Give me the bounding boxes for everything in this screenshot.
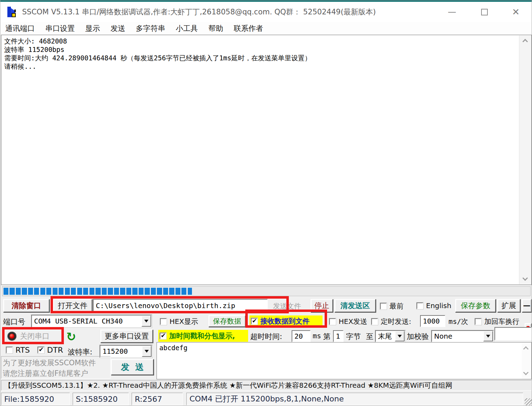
hex-display-checkbox[interactable]: HEX显示 <box>160 317 198 326</box>
terminal-line: 文件大小: 4682008 <box>4 37 516 45</box>
save-data-button[interactable]: 保存数据 <box>208 315 246 327</box>
menu-serial-settings[interactable]: 串口设置 <box>45 24 75 33</box>
terminal-output[interactable]: 文件大小: 4682008 波特率 115200bps 需要时间:大约 424.… <box>1 35 532 285</box>
menu-bar: 通讯端口 串口设置 显示 发送 多字符串 小工具 帮助 联系作者 <box>0 22 532 35</box>
interval-unit-label: ms/次 <box>448 317 468 326</box>
scroll-down-icon[interactable] <box>523 275 528 281</box>
close-port-button[interactable]: 关闭串口 <box>4 329 63 343</box>
timestamp-checkbox[interactable]: 加时间戳和分包显示, <box>158 330 248 342</box>
hex-send-label: HEX发送 <box>339 317 367 326</box>
send-scrollbar[interactable] <box>522 343 531 379</box>
status-port-info: COM4 已打开 115200bps,8,1,None,None <box>186 393 523 405</box>
promo-panel: 为了更好地发展SSCOM软件 请您注册嘉立创F结尾客户 <box>1 356 111 379</box>
checkbox-box <box>251 318 258 325</box>
checksum-label: 加校验 <box>407 332 429 341</box>
interval-input[interactable]: 1000 <box>420 315 445 327</box>
menu-comm-port[interactable]: 通讯端口 <box>5 24 35 33</box>
baud-label: 波特率: <box>68 347 92 357</box>
collapse-button[interactable]: — <box>522 299 532 312</box>
app-icon <box>6 6 19 19</box>
port-select[interactable]: COM4 USB-SERIAL CH340 <box>31 315 152 327</box>
resize-grip[interactable] <box>525 398 532 405</box>
window-title: SSCOM V5.13.1 串口/网络数据调试器,作者:大虾丁丁,2618058… <box>22 2 376 22</box>
clear-window-button[interactable]: 清除窗口 <box>3 299 49 312</box>
menu-multi-string[interactable]: 多字符串 <box>136 24 165 33</box>
baud-select[interactable]: 115200 <box>100 345 152 358</box>
minimize-button[interactable]: — <box>442 2 462 22</box>
byte-to-select[interactable]: 末尾 <box>375 330 405 342</box>
timeout-label: 超时时间: <box>250 332 282 341</box>
scroll-up-icon[interactable] <box>523 39 528 45</box>
triangle-glyph <box>486 335 490 338</box>
menu-tools[interactable]: 小工具 <box>176 24 198 33</box>
promo-line1: 为了更好地发展SSCOM软件 <box>3 358 110 368</box>
terminal-scrollbar[interactable] <box>519 35 531 284</box>
timed-send-checkbox[interactable]: 定时发送: <box>371 317 411 326</box>
link-bar[interactable]: 【升级到SSCOM5.13.1】★2. ★RT-Thread中国人的开源免费操作… <box>1 380 532 391</box>
menu-help[interactable]: 帮助 <box>208 24 223 33</box>
chevron-down-icon[interactable] <box>395 331 405 341</box>
timeout-unit-label: ms <box>313 332 321 340</box>
timeout-input[interactable]: 20 <box>292 330 311 342</box>
send-file-button[interactable]: 发送文件 <box>269 301 305 311</box>
menu-display[interactable]: 显示 <box>85 24 100 33</box>
checkbox-box <box>6 347 13 353</box>
file-path-input[interactable]: C:\Users\lenovo\Desktop\birth.zip <box>93 299 268 312</box>
stop-button[interactable]: 停止 <box>311 299 333 312</box>
english-label: English <box>426 301 451 310</box>
checkbox-box <box>160 318 167 325</box>
append-crlf-checkbox[interactable]: 加回车换行 <box>475 317 519 326</box>
append-crlf-label: 加回车换行 <box>484 317 519 326</box>
save-params-button[interactable]: 保存参数 <box>455 299 496 312</box>
chevron-down-icon[interactable] <box>483 331 493 341</box>
maximize-icon <box>481 9 488 15</box>
hex-send-checkbox[interactable]: HEX发送 <box>329 317 367 326</box>
refresh-ports-icon[interactable]: ↻ <box>66 331 76 342</box>
english-checkbox[interactable]: English <box>417 301 451 310</box>
byte-to-value: 末尾 <box>376 332 395 341</box>
topmost-checkbox[interactable]: 最前 <box>380 301 404 311</box>
timed-send-label: 定时发送: <box>381 317 411 326</box>
progress-bar <box>2 286 531 296</box>
send-button[interactable]: 发 送 <box>111 359 154 375</box>
send-textarea[interactable]: abcdefg <box>157 342 532 379</box>
byte-from-input[interactable]: 1 <box>333 330 344 342</box>
collapse-label: — <box>523 301 531 310</box>
port-label: 端口号 <box>3 317 25 327</box>
scroll-down-icon[interactable] <box>523 370 529 375</box>
topmost-label: 最前 <box>390 301 404 311</box>
menu-contact-author[interactable]: 联系作者 <box>234 24 263 33</box>
extra-field[interactable] <box>494 327 532 340</box>
rts-label: RTS <box>15 346 30 354</box>
terminal-text: 文件大小: 4682008 波特率 115200bps 需要时间:大约 424.… <box>4 37 516 71</box>
close-button[interactable]: ✕ <box>506 2 526 22</box>
scroll-up-icon[interactable] <box>523 346 529 352</box>
checkbox-box <box>38 347 44 353</box>
clear-window-label: 清除窗口 <box>12 301 41 311</box>
save-params-label: 保存参数 <box>461 301 490 311</box>
recv-to-file-label: 接收数据到文件 <box>260 317 310 326</box>
byte-from-prefix-label: 第 <box>323 332 331 341</box>
open-file-label: 打开文件 <box>58 301 87 311</box>
recv-to-file-checkbox[interactable]: 接收数据到文件 <box>250 315 322 327</box>
title-bar: SSCOM V5.13.1 串口/网络数据调试器,作者:大虾丁丁,2618058… <box>0 2 532 22</box>
more-serial-settings-button[interactable]: 更多串口设置 <box>100 330 153 343</box>
checksum-select[interactable]: None <box>431 330 494 342</box>
status-file-count: File:1585920 <box>1 393 70 405</box>
dtr-checkbox[interactable]: DTR <box>38 346 63 354</box>
close-port-label: 关闭串口 <box>20 331 49 341</box>
chevron-down-icon[interactable] <box>141 315 151 327</box>
stop-label: 停止 <box>314 301 329 311</box>
checkbox-box <box>380 303 387 310</box>
byte-from-value: 1 <box>336 332 340 340</box>
chevron-down-icon[interactable] <box>142 346 152 357</box>
menu-send[interactable]: 发送 <box>111 24 125 33</box>
open-file-button[interactable]: 打开文件 <box>53 299 92 312</box>
dtr-label: DTR <box>47 346 63 354</box>
extend-button[interactable]: 扩展 <box>497 299 520 312</box>
maximize-button[interactable] <box>474 2 494 22</box>
send-button-label: 发 送 <box>121 361 144 373</box>
promo-line2: 请您注册嘉立创F结尾客户 <box>3 368 110 378</box>
clear-send-area-button[interactable]: 清发送区 <box>334 299 376 312</box>
rts-checkbox[interactable]: RTS <box>6 346 30 354</box>
